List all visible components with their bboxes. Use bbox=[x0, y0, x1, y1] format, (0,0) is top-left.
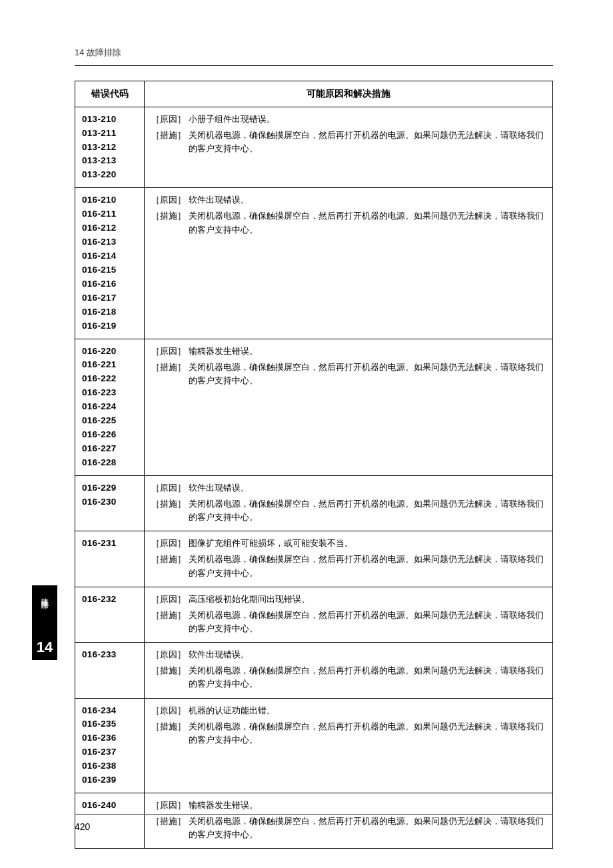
cause-label: ［原因］ bbox=[151, 113, 189, 126]
table-row: 016-234 016-235 016-236 016-237 016-238 … bbox=[75, 698, 553, 793]
cause-label: ［原因］ bbox=[151, 648, 189, 661]
table-row: 016-231［原因］图像扩充组件可能损坏，或可能安装不当。［措施］关闭机器电源… bbox=[75, 531, 553, 587]
cause-text: 图像扩充组件可能损坏，或可能安装不当。 bbox=[189, 537, 546, 550]
action-text: 关闭机器电源，确保触摸屏空白，然后再打开机器的电源。如果问题仍无法解决，请联络我… bbox=[189, 815, 546, 841]
cause-text: 高压缩板初始化期间出现错误。 bbox=[189, 593, 546, 606]
error-desc-cell: ［原因］软件出现错误。［措施］关闭机器电源，确保触摸屏空白，然后再打开机器的电源… bbox=[145, 475, 553, 531]
page-number: 420 bbox=[75, 821, 90, 832]
action-text: 关闭机器电源，确保触摸屏空白，然后再打开机器的电源。如果问题仍无法解决，请联络我… bbox=[189, 497, 546, 524]
error-code-cell: 016-234 016-235 016-236 016-237 016-238 … bbox=[75, 698, 145, 793]
error-code-cell: 016-232 bbox=[75, 587, 145, 642]
error-desc-cell: ［原因］输稿器发生错误。［措施］关闭机器电源，确保触摸屏空白，然后再打开机器的电… bbox=[145, 793, 553, 849]
error-desc-cell: ［原因］小册子组件出现错误。［措施］关闭机器电源，确保触摸屏空白，然后再打开机器… bbox=[145, 107, 553, 188]
error-desc-cell: ［原因］图像扩充组件可能损坏，或可能安装不当。［措施］关闭机器电源，确保触摸屏空… bbox=[145, 531, 553, 587]
action-label: ［措施］ bbox=[151, 815, 189, 841]
action-text: 关闭机器电源，确保触摸屏空白，然后再打开机器的电源。如果问题仍无法解决，请联络我… bbox=[189, 553, 546, 579]
error-desc-cell: ［原因］输稿器发生错误。［措施］关闭机器电源，确保触摸屏空白，然后再打开机器的电… bbox=[145, 339, 553, 475]
cause-text: 小册子组件出现错误。 bbox=[189, 113, 546, 126]
cause-text: 机器的认证功能出错。 bbox=[189, 704, 546, 717]
error-desc-cell: ［原因］软件出现错误。［措施］关闭机器电源，确保触摸屏空白，然后再打开机器的电源… bbox=[145, 643, 553, 698]
action-label: ［措施］ bbox=[151, 553, 189, 579]
cause-text: 输稿器发生错误。 bbox=[189, 799, 546, 812]
table-row: 016-220 016-221 016-222 016-223 016-224 … bbox=[75, 339, 553, 475]
action-label: ［措施］ bbox=[151, 361, 189, 387]
cause-label: ［原因］ bbox=[151, 704, 189, 717]
action-label: ［措施］ bbox=[151, 209, 189, 236]
action-text: 关闭机器电源，确保触摸屏空白，然后再打开机器的电源。如果问题仍无法解决，请联络我… bbox=[189, 361, 546, 387]
action-label: ［措施］ bbox=[151, 497, 189, 524]
error-code-cell: 016-220 016-221 016-222 016-223 016-224 … bbox=[75, 339, 145, 475]
action-text: 关闭机器电源，确保触摸屏空白，然后再打开机器的电源。如果问题仍无法解决，请联络我… bbox=[189, 129, 546, 155]
action-label: ［措施］ bbox=[151, 664, 189, 691]
action-text: 关闭机器电源，确保触摸屏空白，然后再打开机器的电源。如果问题仍无法解决，请联络我… bbox=[189, 664, 546, 691]
cause-label: ［原因］ bbox=[151, 593, 189, 606]
col-header-code: 错误代码 bbox=[75, 81, 145, 107]
cause-label: ［原因］ bbox=[151, 537, 189, 550]
table-row: 013-210 013-211 013-212 013-213 013-220［… bbox=[75, 107, 553, 188]
table-row: 016-233［原因］软件出现错误。［措施］关闭机器电源，确保触摸屏空白，然后再… bbox=[75, 643, 553, 698]
cause-label: ［原因］ bbox=[151, 799, 189, 812]
error-code-cell: 016-229 016-230 bbox=[75, 475, 145, 531]
chapter-tab-number: 14 bbox=[32, 639, 57, 656]
table-row: 016-240［原因］输稿器发生错误。［措施］关闭机器电源，确保触摸屏空白，然后… bbox=[75, 793, 553, 849]
action-text: 关闭机器电源，确保触摸屏空白，然后再打开机器的电源。如果问题仍无法解决，请联络我… bbox=[189, 209, 546, 236]
action-label: ［措施］ bbox=[151, 720, 189, 747]
table-row: 016-229 016-230［原因］软件出现错误。［措施］关闭机器电源，确保触… bbox=[75, 475, 553, 531]
chapter-tab: 故障排除 14 bbox=[32, 585, 57, 660]
cause-text: 软件出现错误。 bbox=[189, 481, 546, 495]
error-code-cell: 016-210 016-211 016-212 016-213 016-214 … bbox=[75, 188, 145, 339]
action-label: ［措施］ bbox=[151, 129, 189, 155]
cause-text: 软件出现错误。 bbox=[189, 648, 546, 661]
action-label: ［措施］ bbox=[151, 609, 189, 635]
error-code-table: 错误代码 可能原因和解决措施 013-210 013-211 013-212 0… bbox=[75, 81, 553, 849]
footer-rule bbox=[75, 814, 553, 815]
table-row: 016-210 016-211 016-212 016-213 016-214 … bbox=[75, 188, 553, 339]
error-desc-cell: ［原因］机器的认证功能出错。［措施］关闭机器电源，确保触摸屏空白，然后再打开机器… bbox=[145, 698, 553, 793]
running-header: 14 故障排除 bbox=[75, 47, 553, 66]
error-code-cell: 016-233 bbox=[75, 643, 145, 698]
cause-label: ［原因］ bbox=[151, 345, 189, 358]
action-text: 关闭机器电源，确保触摸屏空白，然后再打开机器的电源。如果问题仍无法解决，请联络我… bbox=[189, 609, 546, 635]
chapter-tab-label: 故障排除 bbox=[40, 585, 50, 597]
col-header-desc: 可能原因和解决措施 bbox=[145, 81, 553, 107]
error-desc-cell: ［原因］高压缩板初始化期间出现错误。［措施］关闭机器电源，确保触摸屏空白，然后再… bbox=[145, 587, 553, 642]
cause-label: ［原因］ bbox=[151, 481, 189, 495]
table-row: 016-232［原因］高压缩板初始化期间出现错误。［措施］关闭机器电源，确保触摸… bbox=[75, 587, 553, 642]
error-desc-cell: ［原因］软件出现错误。［措施］关闭机器电源，确保触摸屏空白，然后再打开机器的电源… bbox=[145, 188, 553, 339]
error-code-cell: 013-210 013-211 013-212 013-213 013-220 bbox=[75, 107, 145, 188]
cause-text: 输稿器发生错误。 bbox=[189, 345, 546, 358]
action-text: 关闭机器电源，确保触摸屏空白，然后再打开机器的电源。如果问题仍无法解决，请联络我… bbox=[189, 720, 546, 747]
cause-label: ［原因］ bbox=[151, 193, 189, 207]
error-code-cell: 016-231 bbox=[75, 531, 145, 587]
cause-text: 软件出现错误。 bbox=[189, 193, 546, 207]
